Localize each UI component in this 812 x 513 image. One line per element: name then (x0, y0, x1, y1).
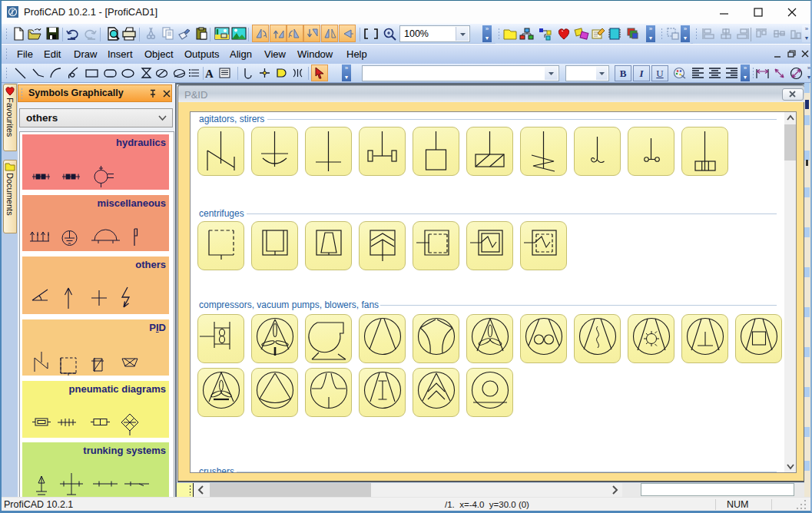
svg-text:A: A (205, 68, 214, 80)
